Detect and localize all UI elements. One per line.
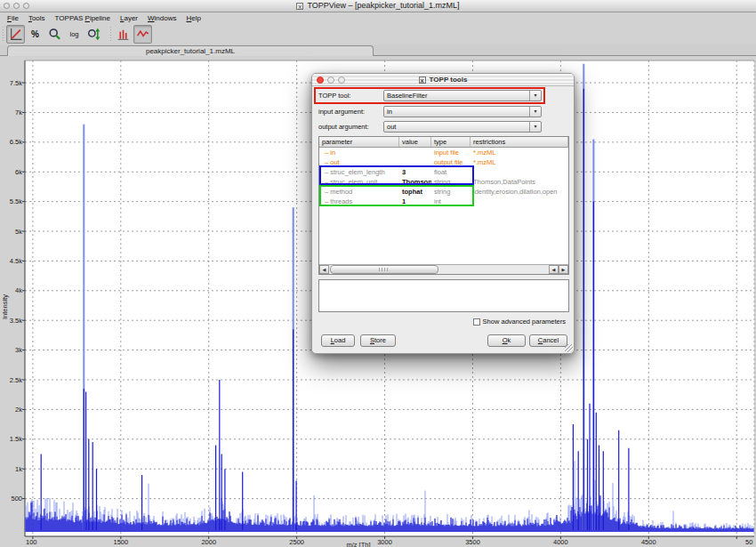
window-controls[interactable]: [4, 3, 29, 9]
output-argument-label: output argument:: [318, 121, 369, 133]
app-x-icon: [296, 3, 303, 10]
col-parameter[interactable]: parameter: [319, 137, 399, 147]
line-curve-icon: [136, 28, 149, 41]
store-button[interactable]: Store: [360, 334, 396, 347]
y-tick-label: 7.5k: [10, 79, 22, 87]
dialog-title: TOPP tools: [430, 76, 468, 84]
resize-grip[interactable]: [565, 344, 573, 352]
log-icon: log: [69, 30, 78, 38]
x-tick-label: 4500: [641, 538, 656, 546]
parameter-table[interactable]: parameter value type restrictions ininpu…: [318, 136, 569, 275]
menu-file[interactable]: File: [7, 14, 19, 22]
col-restrictions[interactable]: restrictions: [470, 137, 568, 147]
scroll-left-icon[interactable]: ◀: [549, 265, 559, 274]
toolbar-handle: [109, 27, 112, 43]
chevron-down-icon[interactable]: [529, 91, 541, 101]
input-argument-row: input argument: in: [312, 106, 574, 118]
output-argument-select[interactable]: out: [383, 121, 542, 133]
close-window-icon[interactable]: [4, 3, 10, 9]
toolbar: % log: [0, 24, 756, 44]
chevron-down-icon[interactable]: [529, 107, 541, 117]
y-axis-title: Intensity: [1, 294, 9, 319]
y-tick-label: 6.5k: [10, 138, 22, 146]
y-tick-label: 3k: [15, 346, 22, 354]
show-advanced-checkbox[interactable]: [473, 318, 480, 326]
y-tick-label: 2k: [15, 406, 22, 414]
col-value[interactable]: value: [399, 137, 431, 147]
input-argument-value: in: [387, 107, 392, 117]
window-titlebar: TOPPView – [peakpicker_tutorial_1.mzML]: [0, 0, 756, 12]
x-tick-label: 2000: [201, 538, 216, 546]
load-button[interactable]: Load: [321, 334, 355, 347]
show-advanced-label: Show advanced parameters: [483, 318, 566, 326]
y-tick-label: 5.5k: [10, 197, 22, 205]
cancel-button[interactable]: Cancel: [529, 334, 567, 347]
dialog-minimize-icon[interactable]: [327, 76, 334, 84]
parameter-rows: ininput file*.mzMLoutoutput file*.mzMLst…: [319, 148, 568, 206]
x-tick-label: 1500: [113, 538, 128, 546]
menu-toppas-pipeline[interactable]: TOPPAS Pipeline: [55, 14, 110, 22]
chevron-down-icon[interactable]: [529, 122, 541, 132]
param-row-struc_elem_length[interactable]: struc_elem_length3float: [319, 167, 568, 177]
param-row-threads[interactable]: threads1int: [319, 197, 568, 206]
percent-icon: %: [31, 29, 39, 39]
toolbar-handle: [1, 27, 4, 43]
raw-draw-mode-button[interactable]: [133, 25, 152, 44]
menu-windows[interactable]: Windows: [148, 14, 176, 22]
param-row-out[interactable]: outoutput file*.mzML: [319, 157, 568, 167]
zoom-mode-button[interactable]: [45, 25, 64, 44]
scrollbar-thumb[interactable]: [330, 265, 438, 274]
magnifier-icon: [48, 28, 61, 41]
x-tick-label: 3000: [377, 538, 392, 546]
topp-tool-select[interactable]: BaselineFilter: [383, 90, 542, 101]
toppview-window: TOPPView – [peakpicker_tutorial_1.mzML] …: [0, 0, 756, 547]
parameter-table-header: parameter value type restrictions: [319, 137, 568, 148]
description-box[interactable]: [318, 279, 569, 312]
tab-peakpicker-tutorial[interactable]: peakpicker_tutorial_1.mzML: [7, 45, 374, 56]
maximize-window-icon[interactable]: [23, 3, 29, 9]
scroll-right-icon[interactable]: ▶: [559, 265, 568, 274]
table-hscrollbar[interactable]: ◀ ◀ ▶: [319, 264, 568, 274]
dialog-titlebar[interactable]: TOPP tools: [312, 74, 574, 86]
dialog-x-icon: [419, 76, 426, 84]
topp-tool-row: TOPP tool: BaselineFilter: [312, 90, 574, 102]
peak-sticks-icon: [117, 28, 130, 41]
param-row-struc_elem_unit[interactable]: struc_elem_unitThomsonstringThomson,Data…: [319, 177, 568, 187]
y-tick-label: 2.5k: [10, 376, 22, 384]
percent-intensity-button[interactable]: %: [26, 25, 44, 44]
x-axis-title: m/z [Th]: [346, 541, 370, 547]
y-tick-label: 4k: [15, 286, 22, 294]
input-argument-label: input argument:: [318, 106, 365, 117]
x-tick-label: 100: [26, 538, 37, 546]
ok-button[interactable]: Ok: [487, 334, 526, 347]
col-type[interactable]: type: [431, 137, 470, 147]
param-row-method[interactable]: methodtophatstringidentity,erosion,dilat…: [319, 187, 568, 197]
x-tick-label: 50: [745, 538, 752, 546]
dialog-window-controls[interactable]: [317, 76, 345, 84]
param-row-in[interactable]: ininput file*.mzML: [319, 148, 568, 157]
y-tick-label: 3.5k: [10, 317, 22, 325]
dialog-close-icon[interactable]: [317, 76, 324, 84]
menu-layer[interactable]: Layer: [120, 14, 138, 22]
window-title: TOPPView – [peakpicker_tutorial_1.mzML]: [307, 1, 459, 10]
topp-tool-value: BaselineFilter: [387, 91, 427, 101]
full-range-button[interactable]: [6, 25, 25, 44]
tabbar: peakpicker_tutorial_1.mzML: [0, 44, 756, 56]
y-tick-label: 5k: [15, 228, 22, 236]
menubar: File Tools TOPPAS Pipeline Layer Windows…: [0, 12, 756, 24]
peaks-draw-mode-button[interactable]: [114, 25, 133, 44]
y-tick-label: 7k: [15, 109, 22, 117]
menu-help[interactable]: Help: [187, 14, 201, 22]
input-argument-select[interactable]: in: [383, 106, 542, 117]
dialog-zoom-icon[interactable]: [338, 76, 345, 84]
snap-intensity-button[interactable]: [84, 25, 103, 44]
topp-tools-dialog[interactable]: TOPP tools TOPP tool: BaselineFilter inp…: [311, 73, 575, 354]
scroll-left-icon[interactable]: ◀: [319, 265, 329, 274]
menu-tools[interactable]: Tools: [28, 14, 45, 22]
minimize-window-icon[interactable]: [13, 3, 20, 9]
x-tick-label: 4000: [553, 538, 568, 546]
output-argument-row: output argument: out: [312, 121, 574, 133]
y-tick-label: 1k: [15, 465, 22, 473]
log-intensity-button[interactable]: log: [65, 25, 84, 44]
output-argument-value: out: [387, 122, 396, 133]
